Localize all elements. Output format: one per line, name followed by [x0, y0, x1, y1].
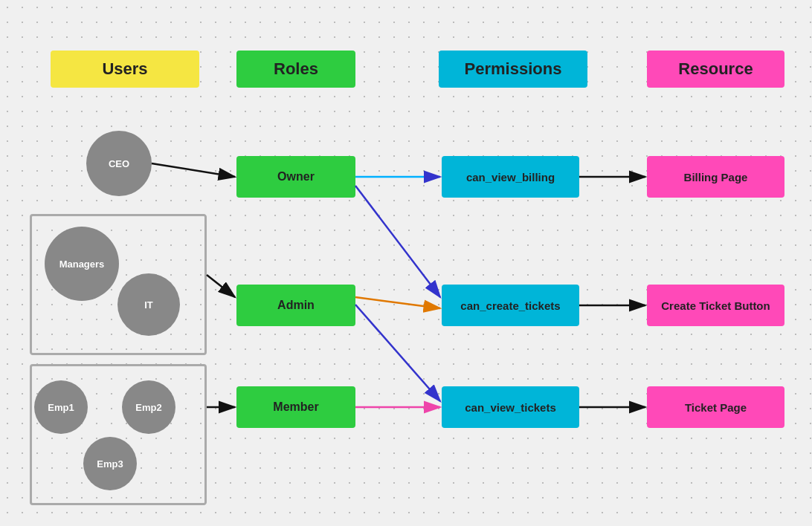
- role-owner: Owner: [236, 156, 355, 198]
- header-users-label: Users: [102, 59, 147, 79]
- arrow-admin-viewtickets: [355, 305, 440, 401]
- arrow-group1-admin: [207, 275, 235, 297]
- res-billing-page: Billing Page: [647, 156, 784, 198]
- header-roles: Roles: [236, 51, 355, 88]
- user-ceo: CEO: [86, 131, 152, 196]
- header-resource: Resource: [647, 51, 784, 88]
- perm-can-view-billing: can_view_billing: [442, 156, 579, 198]
- header-resource-label: Resource: [678, 59, 753, 79]
- user-emp1: Emp1: [34, 380, 88, 434]
- header-permissions-label: Permissions: [465, 59, 562, 79]
- perm-can-create-tickets: can_create_tickets: [442, 285, 579, 326]
- header-permissions: Permissions: [439, 51, 587, 88]
- arrow-owner-createtickets: [355, 186, 440, 297]
- role-member: Member: [236, 386, 355, 428]
- user-it: IT: [117, 273, 180, 336]
- res-ticket-page: Ticket Page: [647, 386, 784, 428]
- arrow-ceo-owner: [152, 163, 235, 177]
- user-emp2: Emp2: [122, 380, 175, 434]
- header-users: Users: [51, 51, 199, 88]
- user-emp3: Emp3: [83, 437, 137, 490]
- res-create-ticket-button: Create Ticket Button: [647, 285, 784, 326]
- role-admin: Admin: [236, 285, 355, 326]
- user-managers: Managers: [45, 227, 119, 301]
- perm-can-view-tickets: can_view_tickets: [442, 386, 579, 428]
- arrow-admin-createtickets: [355, 297, 440, 308]
- header-roles-label: Roles: [274, 59, 318, 79]
